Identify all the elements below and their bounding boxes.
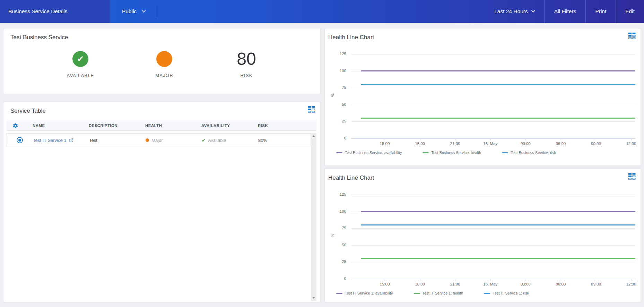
- x-tick-label: 12:00: [617, 142, 644, 146]
- layout-grid-icon[interactable]: [628, 173, 636, 180]
- business-service-summary-card: Test Business Service ✔ AVAILABLE MAJOR …: [3, 28, 320, 94]
- table-row[interactable]: Test IT Service 1 Test Major ✔ Available…: [7, 133, 311, 146]
- gridline: [351, 228, 635, 229]
- legend-label: Test IT Service 1: availability: [345, 291, 393, 295]
- x-tickmark: [561, 279, 561, 281]
- gridline: [351, 88, 635, 88]
- x-tick-label: 12:00: [617, 282, 644, 286]
- x-tick-label: 16. May: [477, 282, 504, 286]
- y-tick-label: 125: [326, 52, 346, 56]
- x-tickmark: [596, 138, 596, 140]
- column-header-description[interactable]: DESCRIPTION: [89, 120, 118, 131]
- time-range-dropdown[interactable]: Last 24 Hours: [485, 0, 545, 23]
- x-axis-line: [351, 138, 635, 139]
- health-line-chart-card-it-service: Health Line Chart % 125100755025015:0018…: [324, 169, 641, 302]
- legend-item[interactable]: Test IT Service 1: risk: [484, 291, 529, 295]
- series-line-risk: [361, 224, 635, 225]
- x-tickmark: [596, 279, 596, 281]
- external-link-icon[interactable]: [69, 138, 73, 143]
- y-tick-label: 0: [326, 136, 346, 140]
- layout-grid-icon[interactable]: [628, 33, 636, 39]
- availability-check-icon: ✔: [202, 138, 206, 143]
- chart-legend: Test IT Service 1: availabilityTest IT S…: [336, 291, 529, 295]
- x-tickmark: [631, 138, 632, 140]
- availability-check-icon: ✔: [72, 51, 88, 67]
- y-tick-label: 0: [326, 276, 346, 281]
- x-tickmark: [455, 138, 455, 140]
- health-major-dot-icon: [146, 138, 149, 142]
- y-tick-label: 75: [326, 226, 346, 230]
- row-radio-button[interactable]: [17, 134, 23, 147]
- legend-item[interactable]: Test IT Service 1: availability: [336, 291, 393, 295]
- print-button[interactable]: Print: [586, 0, 616, 23]
- table-scrollbar[interactable]: [311, 133, 316, 301]
- health-major-icon: [156, 51, 172, 67]
- service-link[interactable]: Test IT Service 1: [33, 138, 67, 143]
- legend-item[interactable]: Test IT Service 1: health: [414, 291, 463, 295]
- visibility-dropdown[interactable]: Public: [110, 0, 158, 23]
- column-header-risk[interactable]: RISK: [258, 120, 268, 131]
- layout-grid-icon[interactable]: [308, 106, 315, 113]
- service-table-card: Service Table NAME DESCRIPTION HEALTH AV…: [3, 102, 320, 302]
- all-filters-button[interactable]: All Filters: [545, 0, 586, 23]
- y-tick-label: 25: [326, 119, 346, 123]
- column-header-health[interactable]: HEALTH: [145, 120, 162, 131]
- legend-label: Test Business Service: availability: [345, 151, 402, 155]
- table-settings-cell[interactable]: [12, 120, 18, 131]
- legend-label: Test IT Service 1: risk: [493, 291, 529, 295]
- column-header-availability[interactable]: AVAILABILITY: [201, 120, 230, 131]
- column-header-name[interactable]: NAME: [33, 120, 45, 131]
- y-axis-title: %: [331, 234, 335, 237]
- y-tick-label: 100: [326, 209, 346, 213]
- header-divider: [158, 6, 158, 17]
- plot-area: 125100755025015:0018:0021:0016. May03:00…: [351, 195, 635, 279]
- service-risk: 80%: [258, 134, 267, 147]
- header-actions: Last 24 Hours All Filters Print Edit: [485, 0, 644, 23]
- y-tick-label: 100: [326, 69, 346, 73]
- risk-value: 80: [237, 49, 256, 69]
- x-tick-label: 15:00: [371, 282, 399, 286]
- series-line-health: [361, 118, 635, 119]
- x-tickmark: [561, 138, 561, 140]
- edit-button[interactable]: Edit: [616, 0, 644, 23]
- y-tick-label: 50: [326, 243, 346, 247]
- legend-swatch-icon: [484, 293, 490, 294]
- x-tick-label: 16. May: [477, 142, 504, 146]
- x-tickmark: [420, 279, 420, 281]
- y-tick-label: 50: [326, 102, 346, 106]
- health-line-chart-card-business-service: Health Line Chart % 125100755025015:0018…: [324, 28, 641, 166]
- x-tickmark: [490, 279, 491, 281]
- legend-item[interactable]: Test Business Service: risk: [502, 151, 556, 155]
- x-tickmark: [525, 138, 526, 140]
- x-tick-label: 18:00: [406, 142, 434, 146]
- edit-label: Edit: [625, 8, 635, 15]
- visibility-dropdown-label: Public: [122, 8, 137, 15]
- gridline: [351, 195, 635, 195]
- legend-label: Test Business Service: risk: [511, 151, 556, 155]
- gridline: [351, 54, 635, 54]
- gridline: [351, 121, 635, 122]
- legend-swatch-icon: [336, 293, 342, 294]
- x-tick-label: 03:00: [512, 142, 539, 146]
- x-tickmark: [490, 138, 491, 140]
- chart-title: Health Line Chart: [328, 34, 374, 41]
- table-header-row: NAME DESCRIPTION HEALTH AVAILABILITY RIS…: [7, 120, 316, 131]
- time-range-label: Last 24 Hours: [494, 8, 528, 15]
- legend-item[interactable]: Test Business Service: availability: [336, 151, 402, 155]
- top-navigation-bar: Business Service Details Public Last 24 …: [0, 0, 644, 23]
- legend-item[interactable]: Test Business Service: health: [423, 151, 481, 155]
- scroll-down-icon[interactable]: [312, 297, 315, 299]
- all-filters-label: All Filters: [554, 8, 576, 15]
- risk-status: 80 RISK: [208, 49, 285, 78]
- series-line-availability: [361, 211, 635, 212]
- page-title-section: Business Service Details: [0, 0, 110, 23]
- risk-status-label: RISK: [240, 73, 252, 78]
- chart-legend: Test Business Service: availabilityTest …: [336, 151, 556, 155]
- y-axis-title: %: [331, 93, 335, 97]
- chevron-down-icon: [142, 10, 146, 13]
- legend-swatch-icon: [336, 152, 342, 153]
- scroll-up-icon[interactable]: [312, 135, 315, 137]
- health-status-label: MAJOR: [155, 73, 173, 78]
- gridline: [351, 262, 635, 262]
- x-tick-label: 21:00: [441, 282, 469, 286]
